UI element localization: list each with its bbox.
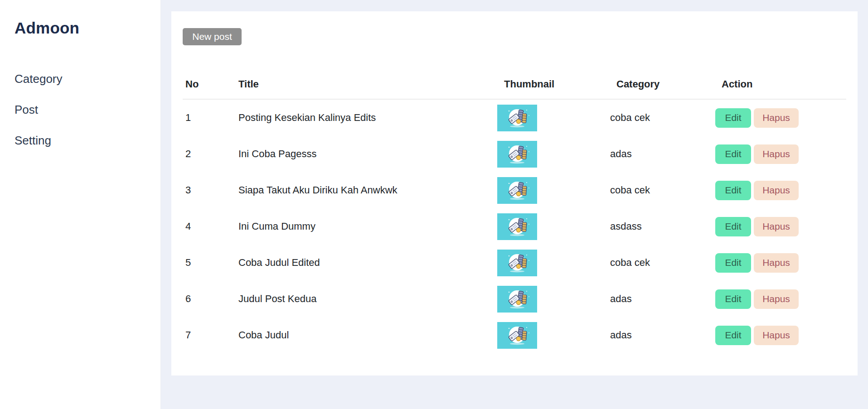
sidebar-item-setting[interactable]: Setting — [15, 134, 146, 147]
finance-illustration-icon — [503, 143, 531, 165]
finance-illustration-icon — [503, 106, 531, 129]
post-thumbnail — [497, 322, 537, 349]
sidebar-item-category[interactable]: Category — [15, 72, 146, 85]
thumbnail-cell — [495, 105, 607, 131]
delete-button[interactable]: Hapus — [754, 217, 799, 236]
column-header-action: Action — [713, 78, 846, 90]
action-cell: Edit Hapus — [713, 108, 846, 128]
table-row: 4 Ini Cuma Dummy — [183, 208, 846, 245]
post-title: Judul Post Kedua — [236, 293, 495, 305]
post-thumbnail — [497, 286, 537, 313]
new-post-button[interactable]: New post — [183, 28, 242, 45]
row-number: 5 — [183, 257, 236, 269]
table-body: 1 Posting Kesekian Kalinya Edits — [183, 100, 846, 353]
thumbnail-cell — [495, 177, 607, 204]
post-category: adas — [607, 329, 713, 341]
post-thumbnail — [497, 141, 537, 168]
post-title: Ini Cuma Dummy — [236, 221, 495, 232]
thumbnail-cell — [495, 213, 607, 240]
table-row: 6 Judul Post Kedua — [183, 281, 846, 317]
edit-button[interactable]: Edit — [715, 181, 751, 200]
thumbnail-cell — [495, 141, 607, 168]
post-category: coba cek — [607, 184, 713, 196]
sidebar-item-post[interactable]: Post — [15, 103, 146, 116]
main-content: New post No Title Thumbnail Category Act… — [161, 0, 868, 409]
thumbnail-cell — [495, 286, 607, 313]
table-row: 3 Siapa Takut Aku Diriku Kah Anwkwk — [183, 172, 846, 208]
action-cell: Edit Hapus — [713, 217, 846, 236]
post-category: coba cek — [607, 257, 713, 269]
action-cell: Edit Hapus — [713, 144, 846, 164]
posts-table: No Title Thumbnail Category Action 1 Pos… — [183, 69, 846, 353]
post-category: coba cek — [607, 112, 713, 124]
finance-illustration-icon — [503, 179, 531, 202]
app-logo: Admoon — [15, 19, 146, 37]
edit-button[interactable]: Edit — [715, 253, 751, 273]
row-number: 7 — [183, 329, 236, 341]
post-category: adas — [607, 148, 713, 160]
table-row: 2 Ini Coba Pagesss — [183, 136, 846, 172]
thumbnail-cell — [495, 250, 607, 276]
action-cell: Edit Hapus — [713, 289, 846, 309]
delete-button[interactable]: Hapus — [754, 253, 799, 273]
post-thumbnail — [497, 213, 537, 240]
row-number: 4 — [183, 221, 236, 232]
delete-button[interactable]: Hapus — [754, 326, 799, 345]
delete-button[interactable]: Hapus — [754, 181, 799, 200]
action-cell: Edit Hapus — [713, 181, 846, 200]
action-cell: Edit Hapus — [713, 253, 846, 273]
post-category: adas — [607, 293, 713, 305]
table-row: 5 Coba Judul Edited — [183, 245, 846, 281]
post-title: Siapa Takut Aku Diriku Kah Anwkwk — [236, 184, 495, 196]
post-title: Coba Judul Edited — [236, 257, 495, 269]
delete-button[interactable]: Hapus — [754, 144, 799, 164]
finance-illustration-icon — [503, 251, 531, 274]
edit-button[interactable]: Edit — [715, 289, 751, 309]
post-title: Posting Kesekian Kalinya Edits — [236, 112, 495, 124]
post-thumbnail — [497, 105, 537, 131]
thumbnail-cell — [495, 322, 607, 349]
row-number: 6 — [183, 293, 236, 305]
post-thumbnail — [497, 177, 537, 204]
table-row: 1 Posting Kesekian Kalinya Edits — [183, 100, 846, 136]
posts-card: New post No Title Thumbnail Category Act… — [171, 11, 858, 375]
column-header-no: No — [183, 78, 236, 90]
row-number: 1 — [183, 112, 236, 124]
finance-illustration-icon — [503, 324, 531, 346]
row-number: 2 — [183, 148, 236, 160]
delete-button[interactable]: Hapus — [754, 108, 799, 128]
column-header-category: Category — [607, 78, 713, 90]
sidebar: Admoon Category Post Setting — [0, 0, 161, 409]
post-category: asdass — [607, 221, 713, 232]
action-cell: Edit Hapus — [713, 326, 846, 345]
finance-illustration-icon — [503, 288, 531, 310]
column-header-title: Title — [236, 78, 495, 90]
edit-button[interactable]: Edit — [715, 326, 751, 345]
column-header-thumbnail: Thumbnail — [495, 78, 607, 90]
table-header-row: No Title Thumbnail Category Action — [183, 69, 846, 100]
row-number: 3 — [183, 184, 236, 196]
finance-illustration-icon — [503, 215, 531, 238]
edit-button[interactable]: Edit — [715, 108, 751, 128]
edit-button[interactable]: Edit — [715, 217, 751, 236]
edit-button[interactable]: Edit — [715, 144, 751, 164]
sidebar-nav: Category Post Setting — [15, 72, 146, 147]
table-row: 7 Coba Judul — [183, 317, 846, 353]
delete-button[interactable]: Hapus — [754, 289, 799, 309]
post-title: Coba Judul — [236, 329, 495, 341]
post-title: Ini Coba Pagesss — [236, 148, 495, 160]
post-thumbnail — [497, 250, 537, 276]
